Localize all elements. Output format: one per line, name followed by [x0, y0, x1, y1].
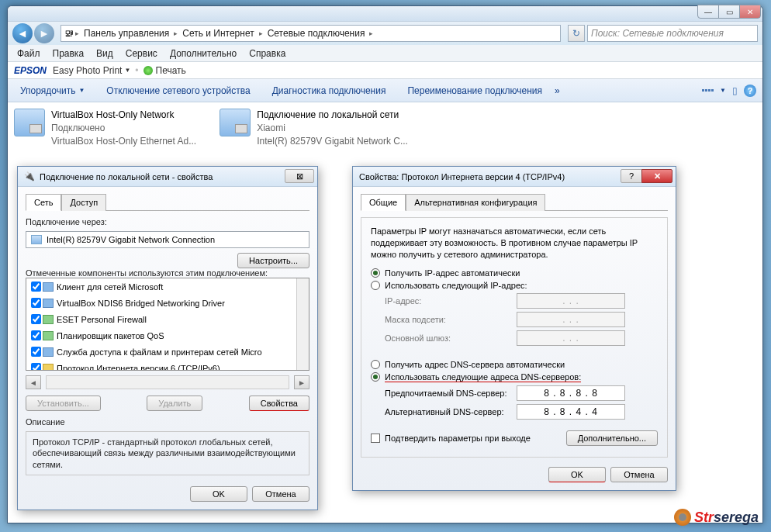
- dialog-help-button[interactable]: ?: [621, 169, 642, 183]
- cancel-button[interactable]: Отмена: [610, 467, 668, 482]
- menu-advanced[interactable]: Дополнительно: [164, 47, 243, 60]
- close-button[interactable]: ✕: [739, 5, 761, 19]
- preview-pane-icon[interactable]: ▯: [732, 85, 738, 96]
- search-input[interactable]: Поиск: Сетевые подключения: [587, 25, 758, 42]
- list-item[interactable]: Клиент для сетей Microsoft: [26, 278, 309, 295]
- network-icon: 🖳: [64, 28, 74, 39]
- cancel-button[interactable]: Отмена: [252, 486, 309, 502]
- components-label: Отмеченные компоненты используются этим …: [26, 268, 309, 278]
- connection-name: Подключение по локальной сети: [257, 109, 408, 122]
- radio-manual-ip[interactable]: [371, 281, 380, 290]
- item-checkbox[interactable]: [31, 298, 41, 308]
- menu-edit[interactable]: Правка: [47, 47, 91, 60]
- preferred-dns-input[interactable]: 8 . 8 . 8 . 8: [517, 385, 625, 401]
- list-item[interactable]: ESET Personal Firewall: [26, 311, 309, 327]
- ip-address-label: IP-адрес:: [385, 296, 517, 306]
- breadcrumb-item[interactable]: Сеть и Интернет: [179, 28, 257, 39]
- connection-item[interactable]: VirtualBox Host-Only Network Подключено …: [14, 109, 196, 147]
- rename-button[interactable]: Переименование подключения: [401, 83, 548, 98]
- components-listbox[interactable]: Клиент для сетей Microsoft VirtualBox ND…: [26, 278, 309, 371]
- item-checkbox[interactable]: [31, 363, 41, 371]
- subnet-mask-input: . . .: [517, 312, 625, 327]
- dialog-help-button[interactable]: ⊠: [285, 169, 314, 183]
- epson-easy-link[interactable]: Easy Photo Print: [53, 65, 122, 76]
- network-adapter-icon: [220, 109, 251, 136]
- description-text: Протокол TCP/IP - стандартный протокол г…: [33, 437, 303, 470]
- driver-icon: [43, 299, 54, 308]
- advanced-button[interactable]: Дополнительно...: [566, 430, 658, 446]
- epson-print-link[interactable]: Печать: [156, 65, 186, 76]
- refresh-button[interactable]: ↻: [568, 25, 585, 42]
- organize-button[interactable]: Упорядочить▼: [14, 83, 91, 98]
- radio-auto-dns[interactable]: [371, 360, 380, 369]
- connection-status: Подключено: [51, 122, 196, 135]
- content-area: VirtualBox Host-Only Network Подключено …: [8, 102, 762, 154]
- tab-alternate[interactable]: Альтернативная конфигурация: [406, 194, 545, 211]
- menu-help[interactable]: Справка: [243, 47, 292, 60]
- connect-via-label: Подключение через:: [26, 217, 309, 226]
- item-checkbox[interactable]: [31, 282, 41, 292]
- remove-button[interactable]: Удалить: [147, 396, 202, 411]
- firewall-icon: [43, 315, 54, 324]
- list-item[interactable]: VirtualBox NDIS6 Bridged Networking Driv…: [26, 295, 309, 311]
- dialog-close-button[interactable]: ✕: [641, 169, 672, 183]
- item-checkbox[interactable]: [31, 330, 41, 340]
- item-checkbox[interactable]: [31, 314, 41, 324]
- maximize-button[interactable]: ▭: [718, 5, 740, 19]
- radio-manual-ip-label: Использовать следующий IP-адрес:: [385, 281, 527, 290]
- confirm-on-exit-label: Подтвердить параметры при выходе: [385, 434, 531, 443]
- list-item[interactable]: Планировщик пакетов QoS: [26, 327, 309, 344]
- back-button[interactable]: ◄: [12, 23, 33, 43]
- ok-button[interactable]: OK: [190, 486, 247, 502]
- list-item[interactable]: Протокол Интернета версии 6 (TCP/IPv6): [26, 360, 309, 371]
- connection-item[interactable]: Подключение по локальной сети Xiaomi Int…: [220, 109, 408, 147]
- print-icon: [143, 66, 153, 75]
- dialog-titlebar[interactable]: Свойства: Протокол Интернета версии 4 (T…: [353, 167, 676, 187]
- menu-file[interactable]: Файл: [11, 47, 47, 60]
- disable-device-button[interactable]: Отключение сетевого устройства: [100, 83, 256, 98]
- diagnose-button[interactable]: Диагностика подключения: [266, 83, 392, 98]
- menu-bar: Файл Правка Вид Сервис Дополнительно Спр…: [8, 45, 762, 62]
- properties-button[interactable]: Свойства: [249, 396, 309, 411]
- ok-button[interactable]: OK: [548, 467, 606, 482]
- forward-button[interactable]: ►: [34, 23, 54, 43]
- menu-view[interactable]: Вид: [90, 47, 119, 60]
- network-adapter-icon: [14, 109, 45, 136]
- connection-adapter: Intel(R) 82579V Gigabit Network C...: [257, 135, 408, 148]
- breadcrumb-item[interactable]: Панель управления: [81, 28, 172, 39]
- gear-icon: [674, 509, 691, 526]
- scroll-right-button[interactable]: ►: [294, 375, 309, 389]
- adapter-combo: Intel(R) 82579V Gigabit Network Connecti…: [26, 231, 309, 248]
- address-bar[interactable]: 🖳 ▸ Панель управления ▸ Сеть и Интернет …: [61, 25, 561, 42]
- minimize-button[interactable]: —: [697, 5, 719, 19]
- alternate-dns-input[interactable]: 8 . 8 . 4 . 4: [517, 404, 625, 420]
- install-button[interactable]: Установить...: [26, 396, 101, 411]
- scrollbar[interactable]: [296, 278, 309, 370]
- confirm-on-exit-checkbox[interactable]: [371, 434, 380, 443]
- client-icon: [43, 282, 54, 292]
- connection-properties-dialog: 🔌 Подключение по локальной сети - свойст…: [17, 166, 318, 510]
- alternate-dns-label: Альтернативный DNS-сервер:: [385, 407, 517, 416]
- dialog-titlebar[interactable]: 🔌 Подключение по локальной сети - свойст…: [18, 167, 317, 187]
- scroll-left-button[interactable]: ◄: [26, 375, 41, 389]
- item-checkbox[interactable]: [31, 347, 41, 357]
- list-item[interactable]: Служба доступа к файлам и принтерам сете…: [26, 344, 309, 360]
- menu-service[interactable]: Сервис: [119, 47, 164, 60]
- radio-manual-dns[interactable]: [371, 372, 380, 382]
- preferred-dns-label: Предпочитаемый DNS-сервер:: [385, 389, 517, 398]
- more-commands-button[interactable]: »: [548, 83, 566, 98]
- horizontal-scrollbar[interactable]: [46, 375, 289, 389]
- tab-network[interactable]: Сеть: [26, 194, 61, 211]
- help-button[interactable]: ?: [744, 85, 756, 97]
- breadcrumb-item[interactable]: Сетевые подключения: [264, 28, 368, 39]
- configure-button[interactable]: Настроить...: [237, 253, 309, 268]
- tab-sharing[interactable]: Доступ: [61, 194, 106, 211]
- gateway-label: Основной шлюз:: [385, 333, 517, 343]
- tab-general[interactable]: Общие: [361, 194, 406, 211]
- service-icon: [43, 347, 54, 357]
- epson-logo: EPSON: [14, 65, 47, 76]
- epson-toolbar: EPSON Easy Photo Print ▼ • Печать: [8, 62, 762, 79]
- radio-auto-ip[interactable]: [371, 268, 380, 278]
- view-mode-button[interactable]: [702, 89, 714, 92]
- window-titlebar[interactable]: — ▭ ✕: [8, 6, 762, 22]
